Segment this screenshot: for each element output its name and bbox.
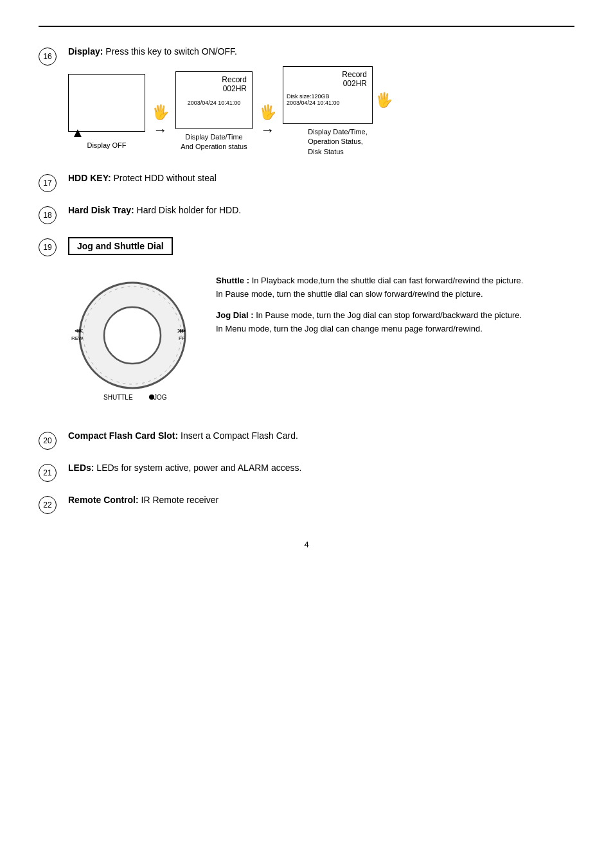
disp-col-3: Record002HR Disk size:120GB2003/04/24 10… — [283, 66, 393, 157]
section-18-content: Hard Disk Tray: Hard Disk holder for HDD… — [68, 205, 574, 215]
svg-text:FF: FF — [179, 335, 185, 341]
circle-20: 20 — [39, 432, 57, 450]
section-22-content: Remote Control: IR Remote receiver — [68, 495, 574, 505]
section-16: 16 Display: Press this key to switch ON/… — [39, 46, 574, 157]
hand-icon-3: 🖐 — [375, 92, 393, 109]
section-17-title: HDD KEY: — [68, 173, 111, 183]
svg-text:SHUTTLE: SHUTTLE — [103, 394, 133, 401]
arrow-1: → — [154, 122, 168, 139]
page-number: 4 — [39, 540, 574, 549]
svg-text:REW: REW — [71, 335, 84, 341]
section-19-content: Jog and Shuttle Dial ⋘ REW — [68, 237, 574, 411]
arrow-col-1: 🖐 → — [152, 104, 169, 139]
circle-19: 19 — [39, 238, 57, 256]
top-rule — [39, 26, 574, 27]
record-title-2: Record002HR — [176, 72, 252, 93]
section-17-desc: Protect HDD without steal — [114, 173, 217, 183]
section-22: 22 Remote Control: IR Remote receiver — [39, 495, 574, 514]
disp-col-1: ▲ Display OFF — [68, 74, 145, 149]
section-22-title: Remote Control: — [68, 495, 139, 505]
jog-description: Shuttle : In Playback mode,turn the shut… — [216, 274, 574, 343]
circle-21: 21 — [39, 464, 57, 482]
jog-title-span: Jog Dial : — [216, 310, 254, 320]
section-21-desc: LEDs for system active, power and ALARM … — [96, 463, 301, 473]
jog-desc-p: Jog Dial : In Pause mode, turn the Jog d… — [216, 309, 574, 336]
section-22-desc: IR Remote receiver — [141, 495, 219, 505]
page-container: 16 Display: Press this key to switch ON/… — [0, 0, 613, 868]
arrow-2: → — [261, 122, 275, 139]
display-diagram: ▲ Display OFF 🖐 → Record002HR 2003/04/24… — [68, 66, 574, 157]
circle-16: 16 — [39, 48, 57, 66]
svg-point-2 — [104, 307, 161, 364]
hand-icon-1: 🖐 — [152, 104, 169, 121]
disp-box-3: Record002HR Disk size:120GB2003/04/24 10… — [283, 66, 373, 124]
section-21: 21 LEDs: LEDs for system active, power a… — [39, 463, 574, 482]
circle-18: 18 — [39, 206, 57, 224]
shuttle-text: In Playback mode,turn the shuttle dial c… — [216, 276, 523, 299]
section-17: 17 HDD KEY: Protect HDD without steal — [39, 173, 574, 192]
section-17-content: HDD KEY: Protect HDD without steal — [68, 173, 574, 183]
jog-title-box: Jog and Shuttle Dial — [68, 237, 173, 255]
section-21-title: LEDs: — [68, 463, 94, 473]
svg-text:JOG: JOG — [154, 394, 167, 401]
section-20-desc: Insert a Compact Flash Card. — [181, 430, 298, 441]
section-18-title: Hard Disk Tray: — [68, 205, 134, 215]
disp-box-1 — [68, 74, 145, 132]
arrow-col-2: 🖐 → — [259, 104, 276, 139]
dial-container: ⋘ REW ⋙ FF SHUTTLE JOG — [68, 274, 197, 411]
record-date-2: 2003/04/24 10:41:00 — [176, 100, 252, 106]
circle-22: 22 — [39, 496, 57, 514]
section-16-content: Display: Press this key to switch ON/OFF… — [68, 46, 574, 157]
svg-text:⋙: ⋙ — [177, 328, 186, 334]
record-disk-3: Disk size:120GB2003/04/24 10:41:00 — [283, 91, 372, 108]
section-20-title: Compact Flash Card Slot: — [68, 430, 178, 441]
shuttle-desc: Shuttle : In Playback mode,turn the shut… — [216, 274, 574, 301]
hand-icon-2: 🖐 — [259, 104, 276, 121]
disp-label-1: Display OFF — [87, 141, 126, 149]
section-18: 18 Hard Disk Tray: Hard Disk holder for … — [39, 205, 574, 224]
circle-17: 17 — [39, 174, 57, 192]
section-18-desc: Hard Disk holder for HDD. — [137, 205, 242, 215]
disp-label-2: Display Date/TimeAnd Operation status — [181, 132, 247, 152]
section-16-title: Display: Press this key to switch ON/OFF… — [68, 46, 237, 57]
section-20-content: Compact Flash Card Slot: Insert a Compac… — [68, 430, 574, 441]
disp-box-3-wrap: Record002HR Disk size:120GB2003/04/24 10… — [283, 66, 393, 124]
section-20: 20 Compact Flash Card Slot: Insert a Com… — [39, 430, 574, 450]
jog-diagram-area: ⋘ REW ⋙ FF SHUTTLE JOG Shuttle : — [68, 274, 574, 411]
disp-label-3: Display Date/Time,Operation Status,Disk … — [308, 127, 368, 157]
disp-box-2: Record002HR 2003/04/24 10:41:00 — [175, 71, 253, 129]
jog-text: In Pause mode, turn the Jog dial can sto… — [216, 310, 522, 333]
arrow-up-icon: ▲ — [71, 125, 84, 140]
svg-text:⋘: ⋘ — [75, 328, 83, 334]
disp-col-2: Record002HR 2003/04/24 10:41:00 Display … — [175, 71, 253, 152]
section-21-content: LEDs: LEDs for system active, power and … — [68, 463, 574, 473]
section-19: 19 Jog and Shuttle Dial ⋘ REW — [39, 237, 574, 411]
record-title-3: Record002HR — [283, 67, 372, 88]
shuttle-title: Shuttle : — [216, 276, 249, 285]
svg-point-9 — [149, 394, 154, 400]
dial-svg: ⋘ REW ⋙ FF SHUTTLE JOG — [68, 274, 197, 409]
